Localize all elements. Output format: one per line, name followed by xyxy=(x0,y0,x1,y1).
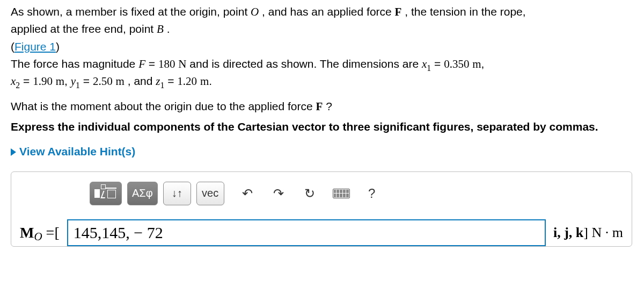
reset-button[interactable]: ↻ xyxy=(302,187,318,200)
hints-label: View Available Hint(s) xyxy=(19,144,135,159)
sqrt-icon xyxy=(102,188,117,199)
help-button[interactable]: ? xyxy=(364,185,380,202)
answer-lhs: MO =[ xyxy=(20,223,60,243)
var-F: F xyxy=(138,58,145,70)
text: The force has magnitude xyxy=(11,58,138,70)
answer-rhs: i, j, k] N · m xyxy=(553,223,623,242)
answer-instruction: Express the individual components of the… xyxy=(11,119,633,134)
equals: = xyxy=(23,75,33,87)
greek-button[interactable]: ΑΣφ xyxy=(127,182,158,205)
text: ? xyxy=(326,100,332,112)
view-hints-toggle[interactable]: View Available Hint(s) xyxy=(11,144,633,159)
point-B: B xyxy=(157,23,164,35)
text: applied at the free end, point xyxy=(11,23,157,35)
F-value: 180 xyxy=(158,58,175,70)
var-y: y xyxy=(71,75,76,88)
unit-m: m xyxy=(116,75,125,88)
equals: = xyxy=(149,58,158,70)
sub-2: 2 xyxy=(16,81,20,90)
period: . xyxy=(209,75,212,87)
x2-value: 1.90 xyxy=(33,75,53,88)
answer-input[interactable]: 145,145, − 72 xyxy=(67,219,546,246)
force-F: F xyxy=(316,100,323,113)
x1-value: 0.350 xyxy=(444,58,469,70)
unit-m: m xyxy=(200,75,209,88)
vec-label: vec xyxy=(202,186,218,200)
comma: , xyxy=(64,75,68,87)
unit-N: N xyxy=(178,58,186,70)
equals: = xyxy=(83,75,93,87)
sub-1: 1 xyxy=(160,81,164,90)
unit-m: m xyxy=(56,75,64,88)
equals: = xyxy=(167,75,177,87)
text: and is directed as shown. The dimensions… xyxy=(189,58,422,70)
and: , and xyxy=(128,75,156,87)
problem-statement: As shown, a member is fixed at the origi… xyxy=(11,4,633,89)
force-F: F xyxy=(395,5,402,18)
unit-m: m xyxy=(472,58,481,70)
close-bracket: ] xyxy=(583,225,591,240)
sub-1: 1 xyxy=(76,81,80,90)
figure-link[interactable]: Figure 1 xyxy=(14,40,56,53)
point-O: O xyxy=(251,5,259,18)
text: As shown, a member is fixed at the origi… xyxy=(11,5,251,18)
y1-value: 2.50 xyxy=(93,75,113,88)
var-x: x xyxy=(422,58,427,70)
undo-button[interactable]: ↶ xyxy=(239,187,255,200)
text: , the tension in the rope, xyxy=(405,5,525,18)
answer-panel: ΑΣφ ↓↑ vec ↶ ↷ ↻ ? xyxy=(11,171,632,247)
fraction-icon xyxy=(94,189,100,198)
equals-bracket: =[ xyxy=(46,224,60,241)
unit-vectors: i, j, k xyxy=(553,225,583,240)
text: , and has an applied force xyxy=(262,5,395,18)
unit-Nm: N · m xyxy=(592,225,624,240)
answer-row: MO =[ 145,145, − 72 i, j, k] N · m xyxy=(20,219,623,246)
updown-icon: ↓↑ xyxy=(172,186,182,200)
redo-button[interactable]: ↷ xyxy=(270,187,287,200)
templates-button[interactable] xyxy=(90,182,122,205)
triangle-right-icon xyxy=(11,148,16,156)
var-x: x xyxy=(11,75,16,88)
keyboard-icon xyxy=(333,189,350,198)
answer-value: 145,145, − 72 xyxy=(74,222,163,244)
comma: , xyxy=(481,58,485,70)
equation-toolbar: ΑΣφ ↓↑ vec ↶ ↷ ↻ ? xyxy=(90,182,623,205)
greek-label: ΑΣφ xyxy=(132,186,153,200)
z1-value: 1.20 xyxy=(177,75,197,88)
question-text: What is the moment about the origin due … xyxy=(11,99,633,114)
equals: = xyxy=(434,58,444,70)
text: . xyxy=(167,23,170,35)
sub-1: 1 xyxy=(427,63,431,73)
M-symbol: M xyxy=(20,224,34,241)
subscript-O: O xyxy=(34,230,42,243)
vec-button[interactable]: vec xyxy=(196,182,224,205)
subscript-superscript-button[interactable]: ↓↑ xyxy=(163,182,191,205)
text: What is the moment about the origin due … xyxy=(11,100,316,112)
keyboard-button[interactable] xyxy=(333,189,349,198)
